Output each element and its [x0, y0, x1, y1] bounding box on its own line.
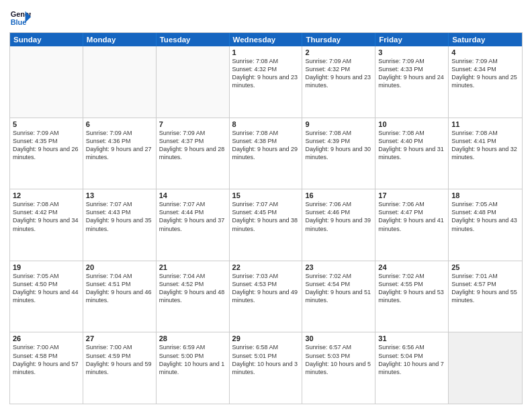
calendar-row: 5Sunrise: 7:09 AM Sunset: 4:35 PM Daylig… — [10, 118, 522, 189]
day-info: Sunrise: 7:09 AM Sunset: 4:33 PM Dayligh… — [378, 57, 445, 90]
day-info: Sunrise: 7:00 AM Sunset: 4:59 PM Dayligh… — [86, 343, 153, 376]
calendar-day-cell: 4Sunrise: 7:09 AM Sunset: 4:34 PM Daylig… — [449, 46, 522, 118]
day-number: 27 — [86, 334, 153, 342]
day-info: Sunrise: 7:08 AM Sunset: 4:40 PM Dayligh… — [378, 129, 445, 162]
calendar-empty-cell — [449, 332, 522, 404]
calendar-row: 26Sunrise: 7:00 AM Sunset: 4:58 PM Dayli… — [10, 332, 522, 404]
day-number: 23 — [305, 263, 372, 271]
day-info: Sunrise: 7:07 AM Sunset: 4:44 PM Dayligh… — [159, 200, 226, 233]
calendar-day-cell: 12Sunrise: 7:08 AM Sunset: 4:42 PM Dayli… — [10, 189, 83, 261]
calendar-day-cell: 2Sunrise: 7:09 AM Sunset: 4:32 PM Daylig… — [302, 46, 375, 118]
day-number: 7 — [159, 120, 226, 128]
logo-icon: General Blue — [9, 7, 31, 28]
day-number: 13 — [86, 191, 153, 199]
day-number: 18 — [451, 191, 519, 199]
day-number: 5 — [13, 120, 80, 128]
calendar-day-cell: 21Sunrise: 7:04 AM Sunset: 4:52 PM Dayli… — [157, 261, 230, 332]
weekday-header: Monday — [83, 33, 157, 46]
day-info: Sunrise: 7:04 AM Sunset: 4:52 PM Dayligh… — [159, 272, 226, 305]
day-number: 4 — [451, 48, 519, 56]
day-number: 11 — [451, 120, 519, 128]
day-info: Sunrise: 7:08 AM Sunset: 4:42 PM Dayligh… — [13, 200, 80, 233]
calendar-day-cell: 19Sunrise: 7:05 AM Sunset: 4:50 PM Dayli… — [10, 261, 83, 332]
day-info: Sunrise: 7:08 AM Sunset: 4:41 PM Dayligh… — [451, 129, 519, 162]
calendar-day-cell: 25Sunrise: 7:01 AM Sunset: 4:57 PM Dayli… — [449, 261, 522, 332]
day-number: 1 — [232, 48, 300, 56]
day-number: 29 — [232, 334, 300, 342]
calendar-day-cell: 13Sunrise: 7:07 AM Sunset: 4:43 PM Dayli… — [83, 189, 157, 261]
day-number: 26 — [13, 334, 80, 342]
day-info: Sunrise: 7:06 AM Sunset: 4:46 PM Dayligh… — [305, 200, 372, 233]
day-info: Sunrise: 7:09 AM Sunset: 4:36 PM Dayligh… — [86, 129, 153, 162]
weekday-header: Thursday — [302, 33, 375, 46]
day-info: Sunrise: 7:05 AM Sunset: 4:48 PM Dayligh… — [451, 200, 519, 233]
calendar-day-cell: 30Sunrise: 6:57 AM Sunset: 5:03 PM Dayli… — [302, 332, 375, 404]
day-info: Sunrise: 7:07 AM Sunset: 4:45 PM Dayligh… — [232, 200, 300, 233]
day-info: Sunrise: 7:09 AM Sunset: 4:32 PM Dayligh… — [305, 57, 372, 90]
day-number: 3 — [378, 48, 445, 56]
calendar-header: SundayMondayTuesdayWednesdayThursdayFrid… — [10, 33, 522, 46]
page-header: General Blue — [9, 7, 523, 28]
day-info: Sunrise: 7:05 AM Sunset: 4:50 PM Dayligh… — [13, 272, 80, 305]
calendar-day-cell: 28Sunrise: 6:59 AM Sunset: 5:00 PM Dayli… — [157, 332, 230, 404]
day-number: 31 — [378, 334, 445, 342]
day-info: Sunrise: 7:02 AM Sunset: 4:55 PM Dayligh… — [378, 272, 445, 305]
calendar-body: 1Sunrise: 7:08 AM Sunset: 4:32 PM Daylig… — [10, 46, 522, 404]
day-number: 25 — [451, 263, 519, 271]
day-number: 16 — [305, 191, 372, 199]
day-info: Sunrise: 6:57 AM Sunset: 5:03 PM Dayligh… — [305, 343, 372, 376]
calendar-day-cell: 11Sunrise: 7:08 AM Sunset: 4:41 PM Dayli… — [449, 118, 522, 189]
calendar-day-cell: 1Sunrise: 7:08 AM Sunset: 4:32 PM Daylig… — [230, 46, 303, 118]
calendar-row: 1Sunrise: 7:08 AM Sunset: 4:32 PM Daylig… — [10, 46, 522, 118]
calendar-day-cell: 23Sunrise: 7:02 AM Sunset: 4:54 PM Dayli… — [302, 261, 375, 332]
day-info: Sunrise: 7:00 AM Sunset: 4:58 PM Dayligh… — [13, 343, 80, 376]
day-info: Sunrise: 7:08 AM Sunset: 4:39 PM Dayligh… — [305, 129, 372, 162]
day-number: 28 — [159, 334, 226, 342]
day-number: 24 — [378, 263, 445, 271]
day-info: Sunrise: 7:09 AM Sunset: 4:34 PM Dayligh… — [451, 57, 519, 90]
day-number: 2 — [305, 48, 372, 56]
calendar-day-cell: 5Sunrise: 7:09 AM Sunset: 4:35 PM Daylig… — [10, 118, 83, 189]
day-info: Sunrise: 6:58 AM Sunset: 5:01 PM Dayligh… — [232, 343, 300, 376]
day-number: 21 — [159, 263, 226, 271]
calendar-day-cell: 20Sunrise: 7:04 AM Sunset: 4:51 PM Dayli… — [83, 261, 157, 332]
calendar-day-cell: 7Sunrise: 7:09 AM Sunset: 4:37 PM Daylig… — [157, 118, 230, 189]
calendar-day-cell: 29Sunrise: 6:58 AM Sunset: 5:01 PM Dayli… — [230, 332, 303, 404]
day-number: 6 — [86, 120, 153, 128]
day-number: 8 — [232, 120, 300, 128]
day-info: Sunrise: 7:09 AM Sunset: 4:37 PM Dayligh… — [159, 129, 226, 162]
day-number: 15 — [232, 191, 300, 199]
day-info: Sunrise: 7:02 AM Sunset: 4:54 PM Dayligh… — [305, 272, 372, 305]
calendar-day-cell: 26Sunrise: 7:00 AM Sunset: 4:58 PM Dayli… — [10, 332, 83, 404]
calendar-empty-cell — [83, 46, 157, 118]
calendar-day-cell: 6Sunrise: 7:09 AM Sunset: 4:36 PM Daylig… — [83, 118, 157, 189]
calendar-day-cell: 24Sunrise: 7:02 AM Sunset: 4:55 PM Dayli… — [375, 261, 449, 332]
day-info: Sunrise: 6:59 AM Sunset: 5:00 PM Dayligh… — [159, 343, 226, 376]
weekday-header: Sunday — [10, 33, 83, 46]
day-info: Sunrise: 6:56 AM Sunset: 5:04 PM Dayligh… — [378, 343, 445, 376]
day-info: Sunrise: 7:01 AM Sunset: 4:57 PM Dayligh… — [451, 272, 519, 305]
weekday-header: Friday — [375, 33, 449, 46]
day-number: 9 — [305, 120, 372, 128]
day-number: 30 — [305, 334, 372, 342]
day-info: Sunrise: 7:06 AM Sunset: 4:47 PM Dayligh… — [378, 200, 445, 233]
day-info: Sunrise: 7:08 AM Sunset: 4:38 PM Dayligh… — [232, 129, 300, 162]
weekday-header: Saturday — [449, 33, 522, 46]
day-info: Sunrise: 7:07 AM Sunset: 4:43 PM Dayligh… — [86, 200, 153, 233]
calendar-empty-cell — [10, 46, 83, 118]
calendar-day-cell: 16Sunrise: 7:06 AM Sunset: 4:46 PM Dayli… — [302, 189, 375, 261]
calendar-row: 12Sunrise: 7:08 AM Sunset: 4:42 PM Dayli… — [10, 189, 522, 261]
calendar-day-cell: 14Sunrise: 7:07 AM Sunset: 4:44 PM Dayli… — [157, 189, 230, 261]
calendar-day-cell: 17Sunrise: 7:06 AM Sunset: 4:47 PM Dayli… — [375, 189, 449, 261]
day-info: Sunrise: 7:04 AM Sunset: 4:51 PM Dayligh… — [86, 272, 153, 305]
calendar-day-cell: 31Sunrise: 6:56 AM Sunset: 5:04 PM Dayli… — [375, 332, 449, 404]
day-info: Sunrise: 7:03 AM Sunset: 4:53 PM Dayligh… — [232, 272, 300, 305]
day-number: 12 — [13, 191, 80, 199]
weekday-header: Tuesday — [157, 33, 230, 46]
weekday-header: Wednesday — [230, 33, 303, 46]
calendar-day-cell: 27Sunrise: 7:00 AM Sunset: 4:59 PM Dayli… — [83, 332, 157, 404]
calendar-day-cell: 15Sunrise: 7:07 AM Sunset: 4:45 PM Dayli… — [230, 189, 303, 261]
calendar-day-cell: 10Sunrise: 7:08 AM Sunset: 4:40 PM Dayli… — [375, 118, 449, 189]
calendar-day-cell: 8Sunrise: 7:08 AM Sunset: 4:38 PM Daylig… — [230, 118, 303, 189]
day-number: 14 — [159, 191, 226, 199]
